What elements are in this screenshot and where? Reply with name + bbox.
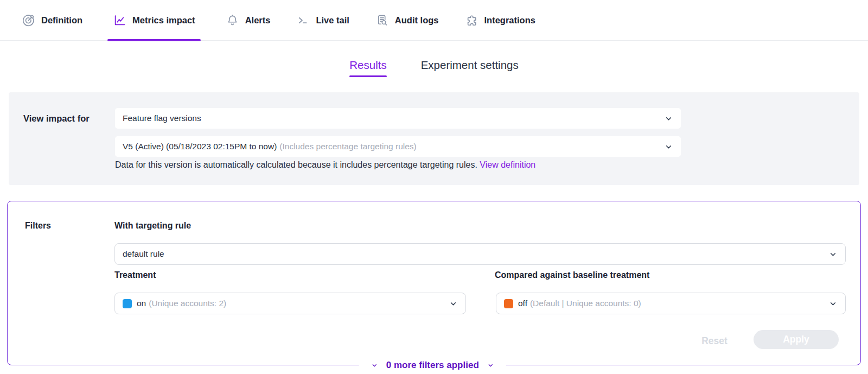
chevron-down-icon — [828, 250, 838, 259]
view-impact-label: View impact for — [23, 113, 90, 124]
filters-panel: Filters With targeting rule default rule… — [7, 201, 861, 365]
version-helper-text: Data for this version is automatically c… — [115, 160, 535, 170]
apply-button[interactable]: Apply — [754, 330, 839, 349]
chevron-down-icon — [828, 299, 838, 308]
baseline-value: off — [518, 299, 527, 308]
document-search-icon — [375, 14, 389, 27]
active-tab-underline — [107, 39, 201, 41]
terminal-icon — [296, 14, 310, 27]
puzzle-icon — [465, 14, 478, 27]
tab-label: Alerts — [245, 15, 271, 26]
tab-integrations[interactable]: Integrations — [464, 0, 537, 41]
baseline-note: (Default | Unique accounts: 0) — [530, 299, 641, 308]
version-note: (Includes percentage targeting rules) — [279, 142, 416, 151]
metrics-impact-page: Definition Metrics impact Alerts — [0, 0, 868, 374]
targeting-rule-label: With targeting rule — [114, 221, 191, 231]
subtab-label: Results — [349, 59, 386, 71]
view-definition-link[interactable]: View definition — [480, 160, 535, 169]
tab-definition[interactable]: Definition — [21, 0, 84, 41]
version-value: V5 (Active) (05/18/2023 02:15PM to now) — [123, 142, 277, 151]
top-navigation: Definition Metrics impact Alerts — [0, 0, 868, 41]
chevron-down-icon — [449, 299, 458, 308]
bell-icon — [226, 14, 239, 27]
version-type-value: Feature flag versions — [123, 113, 201, 123]
chevron-down-icon — [371, 362, 378, 369]
targeting-rule-value: default rule — [123, 249, 164, 259]
tab-alerts[interactable]: Alerts — [225, 0, 272, 41]
target-edit-icon — [22, 14, 35, 27]
subtab-label: Experiment settings — [421, 59, 519, 71]
targeting-rule-select[interactable]: default rule — [114, 243, 846, 265]
results-subtabs: Results Experiment settings — [0, 59, 868, 79]
treatment-value: on — [137, 299, 146, 308]
subtab-experiment-settings[interactable]: Experiment settings — [421, 59, 519, 79]
treatment-off-swatch — [504, 299, 513, 308]
line-chart-icon — [113, 14, 126, 27]
active-subtab-underline — [349, 75, 386, 77]
filters-label: Filters — [25, 221, 51, 231]
more-filters-text: 0 more filters applied — [386, 360, 479, 371]
treatment-label: Treatment — [114, 270, 156, 280]
reset-button[interactable]: Reset — [688, 333, 741, 349]
version-select[interactable]: V5 (Active) (05/18/2023 02:15PM to now) … — [115, 136, 681, 157]
tab-metrics-impact[interactable]: Metrics impact — [107, 0, 201, 41]
treatment-on-swatch — [123, 299, 132, 308]
version-type-select[interactable]: Feature flag versions — [115, 108, 681, 129]
tab-audit-logs[interactable]: Audit logs — [374, 0, 440, 41]
chevron-down-icon — [664, 142, 673, 151]
chevron-down-icon — [487, 362, 494, 369]
tab-live-tail[interactable]: Live tail — [295, 0, 350, 41]
tab-label: Live tail — [316, 15, 349, 26]
view-impact-panel: View impact for Feature flag versions V5… — [9, 92, 859, 185]
helper-text: Data for this version is automatically c… — [115, 160, 480, 169]
baseline-label: Compared against baseline treatment — [495, 270, 649, 280]
more-filters-toggle[interactable]: 0 more filters applied — [359, 360, 506, 371]
subtab-results[interactable]: Results — [349, 59, 386, 79]
tab-label: Integrations — [484, 15, 535, 26]
tab-label: Metrics impact — [132, 15, 195, 26]
baseline-select[interactable]: off (Default | Unique accounts: 0) — [496, 293, 846, 314]
treatment-note: (Unique accounts: 2) — [149, 299, 226, 308]
treatment-select[interactable]: on (Unique accounts: 2) — [114, 293, 466, 314]
tab-label: Audit logs — [395, 15, 439, 26]
tab-label: Definition — [41, 15, 82, 26]
chevron-down-icon — [664, 114, 673, 123]
